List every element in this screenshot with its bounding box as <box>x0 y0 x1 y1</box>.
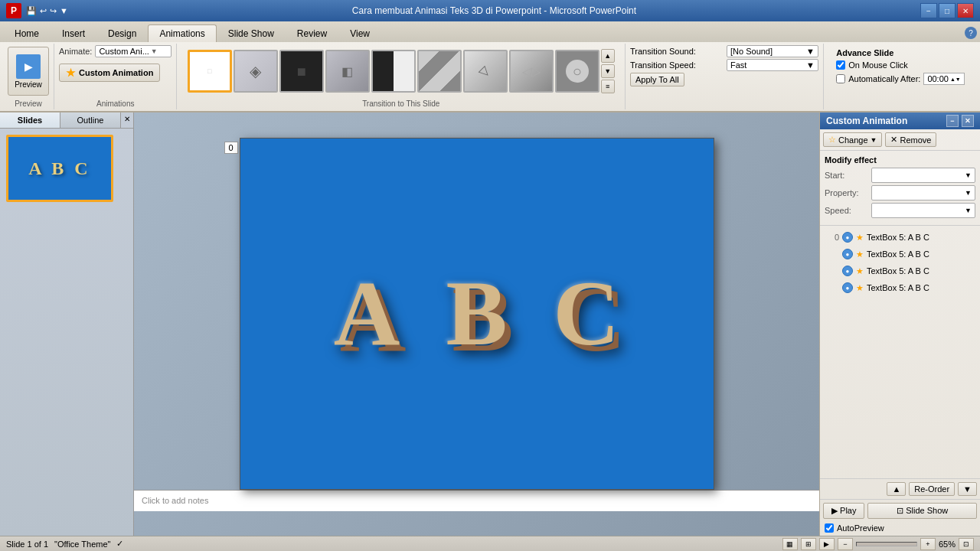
ribbon-group-animations: Animate: Custom Ani... ▼ ★ Custom Animat… <box>54 44 177 109</box>
trans-more[interactable]: ≡ <box>601 80 615 93</box>
ribbon-group-transition: □ ◈ ■ ◧ <box>177 44 626 109</box>
trans-thumb-none[interactable]: □ <box>188 50 232 93</box>
tab-review[interactable]: Review <box>286 24 338 42</box>
auto-after-row: Automatically After: 00:00 ▲▼ <box>836 73 965 85</box>
help-icon[interactable]: ? <box>965 27 977 39</box>
tab-animations[interactable]: Animations <box>148 24 216 42</box>
trans-thumb-8[interactable]: ○ <box>555 50 599 93</box>
anim-star-2: ★ <box>856 266 864 276</box>
remove-label: Remove <box>900 135 931 145</box>
save-icon[interactable]: 💾 <box>26 6 37 16</box>
star-icon: ★ <box>66 67 76 79</box>
slide-canvas[interactable]: A B C <box>240 138 714 490</box>
anim-name-0: TextBox 5: A B C <box>867 233 929 242</box>
trans-thumb-6[interactable]: ▷ <box>463 50 508 93</box>
trans-scroll-down[interactable]: ▼ <box>601 64 615 78</box>
panel-close-icon[interactable]: ✕ <box>962 115 974 127</box>
more-icon[interactable]: ▼ <box>60 6 68 16</box>
tab-view[interactable]: View <box>338 24 381 42</box>
sidebar-tab-slides[interactable]: Slides <box>0 112 60 128</box>
reorder-up-button[interactable]: ▲ <box>887 482 906 496</box>
preview-group-label: Preview <box>3 99 54 108</box>
sidebar-close-button[interactable]: ✕ <box>121 112 133 125</box>
anim-item-2[interactable]: ● ★ TextBox 5: A B C <box>823 262 977 279</box>
autopreview-checkbox[interactable] <box>825 523 834 533</box>
speed-dropdown-icon: ▼ <box>806 60 815 70</box>
preview-button[interactable]: Preview <box>8 47 49 96</box>
ribbon-group-preview: Preview Preview <box>3 44 54 109</box>
ribbon-tabs: Home Insert Design Animations Slide Show… <box>0 21 980 42</box>
trans-thumb-5[interactable] <box>417 50 462 93</box>
speed-select[interactable]: ▼ <box>871 203 975 218</box>
tab-insert[interactable]: Insert <box>51 24 96 42</box>
reorder-down-button[interactable]: ▼ <box>958 482 977 496</box>
trans-thumb-2[interactable]: ■ <box>279 50 324 93</box>
sidebar-tab-outline[interactable]: Outline <box>60 112 121 128</box>
change-star-icon: ☆ <box>828 135 836 145</box>
apply-all-button[interactable]: Apply To All <box>630 73 684 86</box>
slide-thumbnail[interactable]: A B C <box>6 135 113 202</box>
redo-icon[interactable]: ↪ <box>50 6 57 16</box>
property-dropdown-icon: ▼ <box>965 189 972 197</box>
property-select[interactable]: ▼ <box>871 185 975 201</box>
trans-thumb-1[interactable]: ◈ <box>234 50 278 93</box>
play-button[interactable]: ▶ Play <box>823 503 864 519</box>
time-spinner[interactable]: ▲▼ <box>950 77 961 82</box>
zoom-slider[interactable] <box>856 542 917 546</box>
auto-time-input[interactable]: 00:00 ▲▼ <box>923 73 964 85</box>
zoom-out-button[interactable]: − <box>838 538 853 550</box>
reorder-label: Re-Order <box>909 482 955 496</box>
sound-dropdown-icon: ▼ <box>806 47 815 56</box>
preview-icon <box>16 54 41 79</box>
auto-after-checkbox[interactable] <box>836 74 845 83</box>
dropdown-arrow-icon: ▼ <box>151 47 158 55</box>
autopreview-row: AutoPreview <box>820 522 980 536</box>
animations-group-label: Animations <box>54 99 176 108</box>
fit-window-button[interactable]: ⊡ <box>959 538 974 550</box>
anim-item-0[interactable]: 0 ● ★ TextBox 5: A B C <box>823 229 977 246</box>
notes-bar[interactable]: Click to add notes <box>134 490 819 511</box>
ribbon-group-trans-settings: Transition Sound: [No Sound] ▼ Transitio… <box>626 44 824 109</box>
zoom-control: − + 65% ⊡ <box>838 538 974 550</box>
start-select[interactable]: ▼ <box>871 168 975 183</box>
slideshow-view-button[interactable]: ▶ <box>819 538 835 550</box>
slideshow-button[interactable]: ⊡ Slide Show <box>867 503 977 519</box>
trans-settings-items: Transition Sound: [No Sound] ▼ Transitio… <box>630 45 818 108</box>
speed-select[interactable]: Fast ▼ <box>727 59 818 71</box>
start-dropdown-icon: ▼ <box>965 171 972 179</box>
play-label: ▶ Play <box>831 506 856 516</box>
mouse-click-checkbox[interactable] <box>836 60 845 70</box>
change-button[interactable]: ☆ Change ▼ <box>823 132 882 147</box>
canvas-area[interactable]: 0 A B C Click to add notes <box>134 112 819 536</box>
normal-view-button[interactable]: ▦ <box>782 538 798 550</box>
panel-toolbar: ☆ Change ▼ ✕ Remove <box>820 129 980 151</box>
anim-item-3[interactable]: ● ★ TextBox 5: A B C <box>823 279 977 296</box>
close-button[interactable]: ✕ <box>957 3 974 18</box>
animate-dropdown[interactable]: Custom Ani... ▼ <box>95 45 172 57</box>
undo-icon[interactable]: ↩ <box>40 6 47 16</box>
trans-scroll-up[interactable]: ▲ <box>601 49 615 63</box>
sound-row: Transition Sound: [No Sound] ▼ <box>630 45 818 57</box>
trans-thumb-4[interactable] <box>371 50 416 93</box>
panel-footer: ▲ Re-Order ▼ <box>820 478 980 499</box>
sound-select[interactable]: [No Sound] ▼ <box>727 45 818 57</box>
transition-nav: ▲ ▼ ≡ <box>601 49 615 93</box>
tab-slideshow[interactable]: Slide Show <box>217 24 286 42</box>
panel-minimize-icon[interactable]: − <box>946 115 959 127</box>
slide-sorter-button[interactable]: ⊞ <box>801 538 816 550</box>
slide-wrapper: 0 A B C <box>240 138 714 490</box>
animate-label: Animate: <box>59 47 92 56</box>
trans-thumb-3[interactable]: ◧ <box>325 50 370 93</box>
custom-animation-button[interactable]: ★ Custom Animation <box>59 64 160 82</box>
remove-button[interactable]: ✕ Remove <box>885 132 936 147</box>
tab-design[interactable]: Design <box>96 24 148 42</box>
trans-thumb-7[interactable]: ◁▷ <box>509 50 554 93</box>
sidebar: Slides Outline ✕ 1 A B C <box>0 112 134 536</box>
zoom-in-button[interactable]: + <box>920 538 936 550</box>
anim-item-1[interactable]: ● ★ TextBox 5: A B C <box>823 246 977 262</box>
anim-name-3: TextBox 5: A B C <box>867 283 929 292</box>
maximize-button[interactable]: □ <box>939 3 956 18</box>
reorder-text: Re-Order <box>914 484 949 494</box>
minimize-button[interactable]: − <box>920 3 937 18</box>
tab-home[interactable]: Home <box>3 24 51 42</box>
